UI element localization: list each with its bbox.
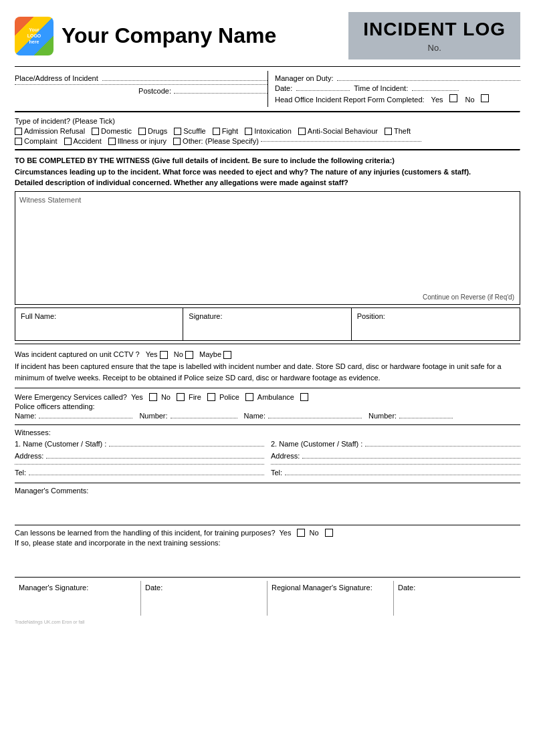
company-name: Your Company Name [62, 23, 276, 48]
incident-checkboxes-row1: Admission Refusal Domestic Drugs Scuffle… [15, 127, 520, 135]
witness-instr-body: Circumstances leading up to the incident… [15, 166, 520, 188]
address-fill [102, 80, 268, 81]
manager-row: Manager on Duty: [275, 74, 520, 82]
other-fill [261, 141, 421, 142]
signature-cell: Signature: [183, 308, 351, 340]
cb-scuffle-label: Scuffle [183, 127, 205, 135]
lessons-yes-cb[interactable] [297, 529, 305, 537]
cb-complaint: Complaint [15, 137, 58, 145]
cctv-question-label: Was incident captured on unit CCTV ? [15, 350, 140, 358]
company-logo: YourLOGOhere [15, 17, 54, 55]
addr2-fill2 [271, 464, 520, 465]
witness2-addr2-row [271, 464, 520, 465]
emerg-no-cb[interactable] [177, 393, 185, 401]
witness-statement-area [19, 204, 516, 297]
witness2-name-row: 2. Name (Customer / Staff) : [271, 440, 520, 448]
cb-theft-label: Theft [394, 127, 411, 135]
lessons-no-cb[interactable] [325, 529, 333, 537]
head-office-label: Head Office Incident Report Form Complet… [275, 96, 425, 104]
time-label: Time of Incident: [354, 84, 408, 92]
cb-accident-box[interactable] [64, 138, 72, 145]
emerg-yes-label: Yes [131, 393, 143, 401]
cb-antisocial-box[interactable] [298, 128, 306, 135]
cb-drugs-label: Drugs [148, 127, 167, 135]
header-left: YourLOGOhere Your Company Name [15, 17, 276, 55]
emerg-ambulance-cb[interactable] [300, 393, 308, 401]
cb-accident-label: Accident [74, 137, 102, 145]
cctv-maybe-checkbox[interactable] [223, 351, 231, 359]
emerg-police-cb[interactable] [245, 393, 253, 401]
witness1-fill [109, 446, 264, 447]
address-line2 [15, 84, 268, 85]
police-name1-seg: Name: [15, 412, 132, 420]
cb-admission-box[interactable] [15, 128, 22, 135]
cb-fight-box[interactable] [213, 128, 220, 135]
emerg-no-label: No [161, 393, 171, 401]
number2-label: Number: [368, 412, 397, 420]
regional-sig-cell: Regional Manager's Signature: [268, 581, 394, 616]
witnesses-section: Witnesses: 1. Name (Customer / Staff) : … [15, 424, 520, 483]
no-label: No [465, 96, 475, 104]
postcode-label: Postcode: [138, 87, 171, 95]
cb-complaint-box[interactable] [15, 138, 22, 145]
cb-theft-box[interactable] [385, 128, 392, 135]
cb-admission-label: Admission Refusal [24, 127, 85, 135]
cb-antisocial: Anti-Social Behaviour [298, 127, 378, 135]
manager-comments-label: Manager's Comments: [15, 487, 520, 495]
cb-other: Other: (Please Specify) [173, 137, 421, 145]
cb-intoxication-label: Intoxication [254, 127, 292, 135]
witness2-label: 2. Name (Customer / Staff) : [271, 440, 362, 448]
position-cell: Position: [352, 308, 520, 340]
manager-comments-section: Manager's Comments: [15, 483, 520, 525]
cb-illness-box[interactable] [108, 138, 116, 145]
witness1-label: 1. Name (Customer / Staff) : [15, 440, 106, 448]
addr2-label: Address: [271, 452, 300, 460]
cb-drugs-box[interactable] [138, 128, 146, 135]
no-checkbox[interactable] [481, 94, 489, 102]
emerg-yes-cb[interactable] [149, 393, 157, 401]
cb-scuffle: Scuffle [174, 127, 205, 135]
witnesses-addresses2 [15, 463, 520, 466]
witness1-name-row: 1. Name (Customer / Staff) : [15, 440, 264, 448]
yes-checkbox[interactable] [449, 94, 457, 102]
witnesses-names: 1. Name (Customer / Staff) : 2. Name (Cu… [15, 438, 520, 449]
name1-label: Name: [15, 412, 36, 420]
full-name-label: Full Name: [21, 312, 56, 320]
cctv-info-text: If incident has been captured ensure tha… [15, 361, 520, 383]
cb-domestic-label: Domestic [101, 127, 132, 135]
cb-domestic-box[interactable] [92, 128, 99, 135]
witnesses-title: Witnesses: [15, 428, 520, 436]
cb-illness-label: Illness or injury [118, 137, 167, 145]
cb-illness: Illness or injury [108, 137, 167, 145]
address-row: Place/Address of Incident [15, 74, 268, 82]
emerg-fire-cb[interactable] [207, 393, 215, 401]
incident-log-box: INCIDENT LOG No. [348, 12, 520, 59]
police-number1-seg: Number: [139, 412, 237, 420]
cctv-yes-checkbox[interactable] [160, 351, 168, 359]
incident-type-section: Type of incident? (Please Tick) Admissio… [15, 117, 520, 145]
address-section: Place/Address of Incident Postcode: [15, 71, 268, 107]
cb-intoxication-box[interactable] [245, 128, 252, 135]
police-name-row: Name: Number: Name: Number: [15, 412, 520, 420]
cb-fight: Fight [213, 127, 238, 135]
lessons-yes-label: Yes [280, 529, 292, 537]
witnesses-tels: Tel: Tel: [15, 467, 520, 478]
postcode-row: Postcode: [15, 87, 268, 95]
date-time-row: Date: Time of Incident: [275, 84, 520, 92]
cb-domestic: Domestic [92, 127, 132, 135]
incident-log-title: INCIDENT LOG [363, 19, 506, 40]
page-header: YourLOGOhere Your Company Name INCIDENT … [15, 12, 520, 59]
cctv-no-checkbox[interactable] [185, 351, 193, 359]
tel1-label: Tel: [15, 469, 26, 477]
manager-date-label: Date: [145, 584, 163, 592]
manager-section: Manager on Duty: Date: Time of Incident:… [268, 71, 520, 107]
yes-label: Yes [431, 96, 443, 104]
cb-other-box[interactable] [173, 138, 181, 145]
addr1-label: Address: [15, 452, 43, 460]
postcode-fill [174, 93, 268, 94]
emergency-row: Were Emergency Services called? Yes No F… [15, 393, 520, 401]
cb-scuffle-box[interactable] [174, 128, 181, 135]
bottom-sig-grid: Manager's Signature: Date: Regional Mana… [15, 581, 520, 616]
lessons-no-label: No [309, 529, 318, 537]
police-attending-label: Police officers attending: [15, 402, 520, 410]
